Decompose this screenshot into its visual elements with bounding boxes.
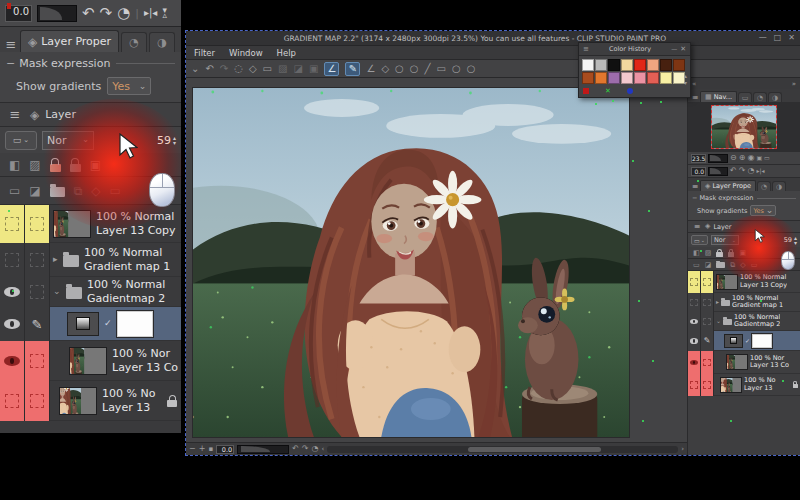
gradient-map-thumbnail[interactable] — [67, 312, 99, 336]
minimize-icon[interactable]: — — [671, 46, 677, 52]
reset-rotate-icon[interactable]: ◔ — [312, 445, 319, 453]
rotate-slider[interactable] — [37, 5, 77, 22]
gradient-edit-active-icon[interactable]: ✎ — [345, 62, 360, 76]
rotate-right-icon[interactable]: ↷ — [302, 445, 309, 453]
collapse-arrow-icon[interactable]: ⌄ — [716, 318, 721, 324]
layer-row-layer13copy[interactable]: 100 % NormalLayer 13 Copy — [0, 205, 181, 243]
mask-collapse-icon[interactable]: − — [692, 194, 697, 202]
rotate-right-icon[interactable]: ↷ — [100, 6, 113, 21]
mask-thumbnail[interactable] — [117, 311, 153, 337]
lock-icon[interactable] — [716, 248, 723, 256]
expand-arrow-icon[interactable]: ▸ — [53, 255, 58, 264]
color-swatch[interactable] — [582, 59, 594, 71]
navigator-zoom-slider[interactable] — [708, 154, 728, 163]
layer-row-layer13co[interactable]: 100 % NorLayer 13 Co — [0, 341, 181, 381]
color-swatch[interactable] — [608, 72, 620, 84]
tab-information[interactable]: ◑ — [768, 92, 782, 102]
new-layer-icon[interactable]: ▭ — [9, 184, 20, 198]
visibility-eye-icon[interactable] — [690, 338, 698, 343]
select-tool-icon[interactable]: ▨ — [278, 64, 287, 74]
tab-tone[interactable]: ◔ — [121, 32, 147, 52]
fit-icon[interactable]: ▾▵ — [162, 8, 166, 18]
layer-row-gradientmap1[interactable]: ▸ 100 % NormalGradient map 1 — [688, 293, 800, 312]
redo-icon[interactable]: ↷ — [220, 64, 228, 74]
scroll-down-icon[interactable]: ▾ — [684, 79, 687, 86]
title-bar[interactable]: GRADIENT MAP 2.2" (3174 x 2480px 300dpi … — [186, 31, 800, 46]
color-history-menu-icon[interactable]: ≡ — [583, 46, 589, 53]
layer-menu-icon[interactable]: ≡ — [692, 222, 702, 231]
crop-icon[interactable]: ▭ — [263, 64, 272, 74]
rotate-left-icon[interactable]: ↶ — [292, 445, 299, 453]
layer-row-gradient-mask[interactable]: ✎ ✓ — [0, 307, 181, 341]
layer-row-layer13[interactable]: 100 % NoLayer 13 — [0, 381, 181, 421]
color-swatch[interactable] — [595, 72, 607, 84]
scroll-up-icon[interactable]: ▴ — [684, 72, 687, 79]
lock-transparent-icon[interactable] — [728, 248, 735, 256]
nav-rotate-right-icon[interactable]: ↷ — [739, 167, 746, 175]
nav-reset-rotate-icon[interactable]: ◔ — [747, 167, 754, 175]
panel-menu-icon[interactable]: ≡ — [2, 37, 20, 52]
color-swatch[interactable] — [660, 59, 672, 71]
layer-row-layer13[interactable]: 100 % NoLayer 13 — [688, 374, 800, 396]
zoom-plus-icon[interactable]: + — [199, 445, 206, 453]
deselect-icon[interactable]: ◌ — [234, 64, 243, 74]
delete-layer-icon[interactable]: ▭ — [751, 261, 758, 269]
expand-arrow-icon[interactable]: ▸ — [716, 299, 719, 305]
layer-row-layer13copy[interactable]: 100 % NormalLayer 13 Copy — [688, 271, 800, 293]
layer-row-gadientmap2[interactable]: ⌄ 100 % NormalGadientmap 2 — [688, 312, 800, 331]
new-vector-icon[interactable]: ◪ — [29, 184, 40, 198]
show-gradients-select[interactable]: Yes ⌄ — [750, 205, 776, 216]
navigator-thumbnail[interactable] — [711, 105, 777, 149]
color-swatch[interactable] — [673, 59, 685, 71]
mask-enable-icon[interactable]: ▣ — [739, 249, 746, 257]
nav-fit-screen-icon[interactable]: ▣ — [756, 155, 762, 161]
horizontal-scrollbar[interactable] — [327, 446, 678, 453]
select-tool3-icon[interactable]: ▣ — [309, 64, 318, 74]
nav-zoom-out-icon[interactable]: ⊖ — [730, 154, 737, 162]
color-swatch[interactable] — [647, 59, 659, 71]
visibility-eye-icon[interactable] — [690, 360, 698, 365]
new-layer-icon[interactable]: ▭ — [693, 261, 700, 269]
clip-icon[interactable]: ◧ — [693, 249, 700, 257]
mask-enable-icon[interactable]: ▣ — [90, 158, 101, 172]
select-tool2-icon[interactable]: ◪ — [294, 64, 303, 74]
nav-fit-window-icon[interactable]: ▭ — [764, 155, 770, 161]
minimize-button[interactable]: — — [759, 34, 767, 42]
new-folder-icon[interactable] — [716, 262, 725, 268]
transfer-icon[interactable]: ⧉ — [74, 184, 83, 198]
nav-flip-icon[interactable]: ▸|◂ — [756, 168, 764, 174]
show-gradients-select[interactable]: Yes ⌄ — [107, 77, 151, 95]
reference-icon[interactable]: ▨ — [29, 158, 40, 172]
layer-row-gradient-mask[interactable]: ✎ ✓ — [688, 331, 800, 351]
oval-icon[interactable]: ○ — [467, 64, 476, 74]
gradient-tool-active-icon[interactable]: ∠ — [324, 62, 339, 76]
blend-mode-select[interactable]: Nor ⌄ — [711, 235, 739, 245]
visibility-eye-icon[interactable] — [4, 287, 19, 297]
canvas-rotate-value[interactable]: 0.0 — [216, 445, 234, 454]
menu-filter[interactable]: Filter — [194, 48, 215, 58]
gradient-map-thumbnail[interactable] — [724, 334, 743, 348]
close-button[interactable]: ✕ — [788, 34, 795, 42]
palette-combo[interactable]: ▭⌄ — [5, 131, 37, 150]
straight-line-icon[interactable]: ╱ — [425, 64, 431, 74]
transfer-icon[interactable]: ⧉ — [730, 261, 735, 269]
lock-icon[interactable] — [50, 158, 61, 172]
nav-zoom-in-icon[interactable]: ⊕ — [739, 154, 746, 162]
navigator-menu-icon[interactable]: ≡ — [690, 93, 700, 102]
scroll-left-icon[interactable]: ‹ — [322, 446, 325, 453]
clip-icon[interactable]: ◧ — [9, 158, 20, 172]
opacity-control[interactable]: 59 ▴▾ — [784, 235, 797, 246]
tab-layer-property[interactable]: ◈ Layer Proper — [20, 30, 119, 52]
visibility-eye-icon[interactable] — [4, 356, 19, 366]
navigator-rotate-value[interactable]: 0.0 — [691, 167, 706, 176]
nav-zoom-100-icon[interactable]: ◉ — [747, 154, 754, 162]
canvas-artwork[interactable] — [193, 88, 629, 437]
reference-icon[interactable]: ▨ — [705, 249, 712, 257]
menu-help[interactable]: Help — [277, 48, 296, 58]
reset-rotate-icon[interactable]: ◔ — [117, 6, 130, 21]
layer-row-gadientmap2[interactable]: ⌄ 100 % NormalGadientmap 2 — [0, 277, 181, 307]
zoom-step-icon[interactable]: ▪ — [208, 446, 213, 453]
navigator-rotate-slider[interactable] — [708, 167, 728, 176]
toolbar-expand-icon[interactable]: ⌄ — [191, 64, 199, 74]
layer-menu-icon[interactable]: ≡ — [6, 107, 24, 122]
